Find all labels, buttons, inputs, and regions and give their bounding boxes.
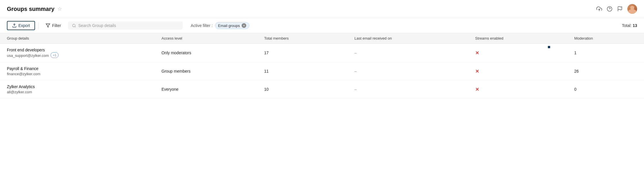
- svg-line-7: [75, 26, 75, 27]
- streams-disabled-icon: ✕: [475, 51, 479, 55]
- cell-streams-enabled: ✕: [468, 44, 567, 62]
- upload-icon[interactable]: [596, 6, 602, 12]
- cell-access-level: Only moderators: [155, 44, 257, 62]
- export-button[interactable]: Export: [7, 21, 35, 30]
- page-header: Groups summary ☆: [0, 0, 644, 18]
- table-row: Front end developersusa_support@zylker.c…: [0, 44, 644, 62]
- cell-last-email: –: [348, 80, 468, 98]
- blue-indicator: [548, 46, 550, 48]
- cell-total-members: 17: [257, 44, 348, 62]
- cell-access-level: Everyone: [155, 80, 257, 98]
- svg-point-1: [607, 7, 612, 11]
- group-name: Front end developers: [7, 48, 148, 52]
- cell-last-email: –: [348, 44, 468, 62]
- cell-streams-enabled: ✕: [468, 80, 567, 98]
- feedback-icon[interactable]: [617, 6, 623, 12]
- group-name: Payroll & Finance: [7, 66, 148, 71]
- cell-moderation: 0: [567, 80, 644, 98]
- table-container: Group details Access level Total members…: [0, 33, 644, 98]
- streams-disabled-icon: ✕: [475, 87, 479, 92]
- groups-table: Group details Access level Total members…: [0, 33, 644, 98]
- filter-tag-close-button[interactable]: ✕: [242, 23, 246, 28]
- col-total-members: Total members: [257, 33, 348, 44]
- avatar[interactable]: [627, 4, 637, 14]
- filter-tag-label: Email groups: [218, 24, 240, 28]
- search-input[interactable]: [78, 23, 179, 28]
- col-access-level: Access level: [155, 33, 257, 44]
- svg-point-6: [72, 24, 75, 27]
- search-icon: [72, 24, 76, 28]
- table-header-row: Group details Access level Total members…: [0, 33, 644, 44]
- group-name: Zylker Analytics: [7, 84, 148, 89]
- help-icon[interactable]: [607, 6, 612, 12]
- toolbar-divider: [38, 22, 39, 29]
- cell-group-details: Payroll & Financefinance@zylker.com: [0, 62, 155, 80]
- search-container[interactable]: [68, 22, 183, 30]
- active-filter-label: Active filter :: [191, 23, 213, 28]
- cell-moderation: 1: [567, 44, 644, 62]
- col-group-details: Group details: [0, 33, 155, 44]
- group-badge[interactable]: +1: [51, 52, 59, 58]
- streams-disabled-icon: ✕: [475, 69, 479, 74]
- cell-last-email: –: [348, 62, 468, 80]
- favorite-icon[interactable]: ☆: [57, 6, 62, 12]
- col-last-email: Last email received on: [348, 33, 468, 44]
- active-filter-section: Active filter : Email groups ✕: [191, 22, 249, 29]
- cell-group-details: Front end developersusa_support@zylker.c…: [0, 44, 155, 62]
- table-row: Zylker Analyticsall@zylker.comEveryone10…: [0, 80, 644, 98]
- total-text: Total:: [622, 23, 631, 28]
- filter-icon: [46, 23, 50, 28]
- total-label: Total: 13: [622, 23, 637, 28]
- group-email: all@zylker.com: [7, 90, 32, 94]
- cell-total-members: 11: [257, 62, 348, 80]
- col-streams-enabled: Streams enabled: [468, 33, 567, 44]
- cell-group-details: Zylker Analyticsall@zylker.com: [0, 80, 155, 98]
- filter-label: Filter: [52, 23, 61, 28]
- header-right: [596, 4, 637, 14]
- export-icon: [12, 23, 17, 28]
- cell-access-level: Group members: [155, 62, 257, 80]
- page-title: Groups summary: [7, 6, 55, 12]
- col-moderation: Moderation: [567, 33, 644, 44]
- cell-total-members: 10: [257, 80, 348, 98]
- export-label: Export: [18, 23, 30, 28]
- header-left: Groups summary ☆: [7, 6, 62, 12]
- filter-tag: Email groups ✕: [215, 22, 249, 29]
- total-count: 13: [633, 23, 637, 28]
- svg-marker-5: [46, 24, 50, 27]
- cell-streams-enabled: ✕: [468, 62, 567, 80]
- cell-moderation: 26: [567, 62, 644, 80]
- table-row: Payroll & Financefinance@zylker.comGroup…: [0, 62, 644, 80]
- group-email: finance@zylker.com: [7, 72, 40, 76]
- filter-button[interactable]: Filter: [42, 22, 64, 30]
- group-email: usa_support@zylker.com: [7, 53, 49, 58]
- toolbar: Export Filter Active filter : Email grou…: [0, 18, 644, 33]
